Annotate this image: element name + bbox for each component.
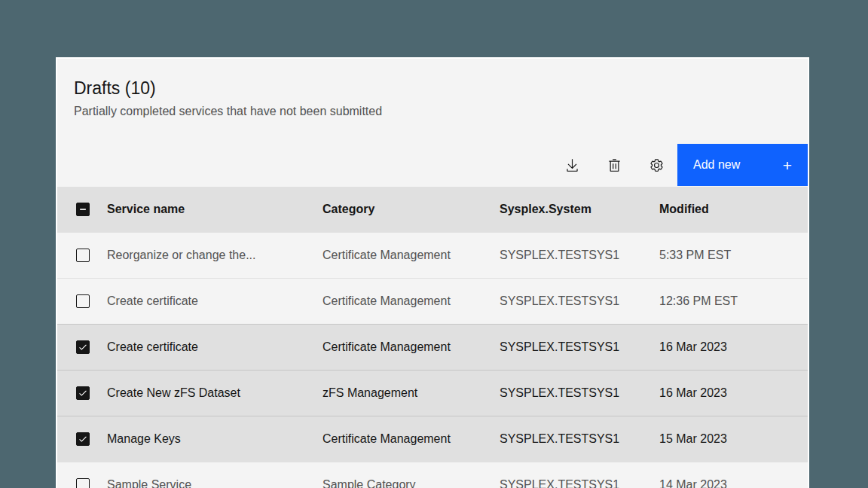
cell-sysplex-system: SYSPLEX.TESTSYS1 [500,294,659,308]
row-checkbox[interactable] [76,386,90,400]
table-row[interactable]: Reorganize or change the... Certificate … [57,232,808,278]
row-checkbox-cell [57,249,107,262]
select-all-checkbox[interactable] [76,203,90,216]
cell-service-name: Create New zFS Dataset [107,386,322,400]
table-row[interactable]: Create certificate Certificate Managemen… [57,278,808,324]
table-header-row: Service name Category Sysplex.System Mod… [57,187,808,232]
row-checkbox[interactable] [76,340,90,354]
cell-modified: 12:36 PM EST [659,294,808,308]
cell-category: Sample Category [322,478,500,488]
indeterminate-minus-icon [78,204,88,215]
cell-modified: 15 Mar 2023 [659,432,808,446]
cell-sysplex-system: SYSPLEX.TESTSYS1 [500,432,659,446]
row-checkbox[interactable] [76,294,90,308]
cell-modified: 16 Mar 2023 [659,340,808,354]
gear-icon [649,158,664,172]
table-row[interactable]: Create New zFS Dataset zFS Management SY… [57,370,808,416]
cell-modified: 5:33 PM EST [659,249,808,262]
cell-sysplex-system: SYSPLEX.TESTSYS1 [500,249,659,262]
cell-service-name: Manage Keys [107,432,322,446]
checkmark-icon [78,434,88,444]
page-title: Drafts (10) [74,77,791,99]
panel-header: Drafts (10) Partially completed services… [57,59,808,120]
cell-service-name: Create certificate [107,294,322,308]
row-checkbox[interactable] [76,432,90,446]
cell-modified: 16 Mar 2023 [659,386,808,400]
delete-button[interactable] [593,144,635,186]
trash-icon [607,158,622,172]
table-row[interactable]: Create certificate Certificate Managemen… [57,324,808,370]
table-body: Reorganize or change the... Certificate … [57,232,808,488]
drafts-panel: Drafts (10) Partially completed services… [56,57,809,488]
table-row[interactable]: Manage Keys Certificate Management SYSPL… [57,416,808,462]
settings-button[interactable] [635,144,677,186]
add-new-label: Add new [693,158,740,172]
cell-service-name: Create certificate [107,340,322,354]
cell-sysplex-system: SYSPLEX.TESTSYS1 [500,386,659,400]
row-checkbox-cell [57,294,107,308]
row-checkbox[interactable] [76,249,90,262]
table-row[interactable]: Sample Service Sample Category SYSPLEX.T… [57,462,808,488]
cell-category: Certificate Management [322,249,500,262]
cell-service-name: Sample Service [107,478,322,488]
plus-icon: + [783,157,792,173]
row-checkbox[interactable] [76,478,90,488]
download-icon [565,158,579,172]
header-sysplex-system: Sysplex.System [500,203,659,216]
row-checkbox-cell [57,386,107,400]
row-checkbox-cell [57,432,107,446]
header-modified: Modified [659,203,808,216]
download-button[interactable] [551,144,593,186]
add-new-button[interactable]: Add new + [677,144,808,186]
header-checkbox-cell [57,203,107,216]
checkmark-icon [78,342,88,352]
page-subtitle: Partially completed services that have n… [74,103,791,120]
cell-category: Certificate Management [322,294,500,308]
cell-category: Certificate Management [322,340,500,354]
row-checkbox-cell [57,340,107,354]
cell-service-name: Reorganize or change the... [107,249,322,262]
cell-modified: 14 Mar 2023 [659,478,808,488]
header-service-name: Service name [107,203,322,216]
cell-category: zFS Management [322,386,500,400]
drafts-table: Service name Category Sysplex.System Mod… [57,187,808,488]
cell-sysplex-system: SYSPLEX.TESTSYS1 [500,478,659,488]
table-toolbar: Add new + [57,144,808,186]
row-checkbox-cell [57,478,107,488]
cell-sysplex-system: SYSPLEX.TESTSYS1 [500,340,659,354]
checkmark-icon [78,388,88,398]
cell-category: Certificate Management [322,432,500,446]
header-category: Category [322,203,500,216]
